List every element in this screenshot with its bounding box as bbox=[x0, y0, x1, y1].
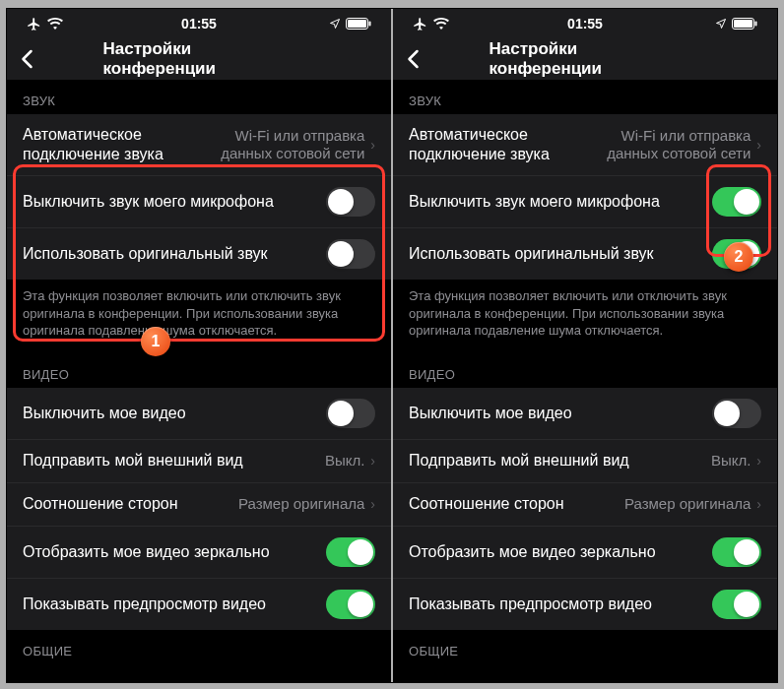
chevron-right-icon: › bbox=[756, 137, 761, 153]
original-sound-label: Использовать оригинальный звук bbox=[409, 244, 702, 264]
aspect-value: Размер оригинала bbox=[238, 495, 364, 513]
chevron-right-icon: › bbox=[370, 137, 375, 153]
aspect-value: Размер оригинала bbox=[624, 495, 751, 513]
nav-bar: Настройки конференции bbox=[7, 38, 391, 80]
nav-title: Настройки конференции bbox=[490, 39, 682, 79]
section-header-sound: ЗВУК bbox=[7, 80, 391, 114]
auto-audio-label: Автоматическое подключение звука bbox=[23, 125, 207, 164]
status-time: 01:55 bbox=[181, 16, 217, 31]
wifi-icon bbox=[47, 18, 63, 30]
row-preview: Показывать предпросмотр видео bbox=[393, 579, 777, 630]
row-touch-up[interactable]: Подправить мой внешний вид Выкл. › bbox=[7, 440, 391, 483]
mute-mic-label: Выключить звук моего микрофона bbox=[409, 192, 702, 212]
svg-rect-1 bbox=[348, 20, 366, 28]
wifi-icon bbox=[433, 18, 449, 30]
auto-audio-value: Wi-Fi или отправка данных сотовой сети bbox=[207, 127, 364, 162]
chevron-right-icon: › bbox=[756, 453, 761, 469]
aspect-label: Соотношение сторон bbox=[23, 494, 238, 514]
battery-icon bbox=[732, 18, 757, 30]
location-icon bbox=[715, 18, 727, 30]
step-badge-2: 2 bbox=[724, 242, 753, 272]
status-time: 01:55 bbox=[567, 16, 603, 31]
row-mirror: Отобразить мое видео зеркально bbox=[7, 527, 391, 579]
status-right bbox=[329, 18, 371, 30]
back-chevron-icon[interactable] bbox=[407, 49, 420, 69]
original-sound-label: Использовать оригинальный звук bbox=[23, 244, 316, 264]
row-mute-mic: Выключить звук моего микрофона bbox=[393, 176, 777, 228]
row-preview: Показывать предпросмотр видео bbox=[7, 579, 391, 630]
video-off-label: Выключить мое видео bbox=[409, 404, 702, 423]
status-left bbox=[27, 17, 63, 31]
preview-label: Показывать предпросмотр видео bbox=[409, 595, 702, 614]
video-off-label: Выключить мое видео bbox=[23, 404, 316, 423]
section-header-general: ОБЩИЕ bbox=[393, 630, 777, 664]
touch-up-label: Подправить мой внешний вид bbox=[23, 451, 325, 470]
chevron-right-icon: › bbox=[756, 496, 761, 512]
mirror-toggle[interactable] bbox=[326, 537, 375, 567]
svg-rect-4 bbox=[734, 20, 752, 28]
original-sound-toggle[interactable] bbox=[326, 239, 375, 269]
row-aspect[interactable]: Соотношение сторон Размер оригинала › bbox=[7, 483, 391, 527]
row-original-sound: Использовать оригинальный звук bbox=[7, 228, 391, 280]
mirror-label: Отобразить мое видео зеркально bbox=[23, 542, 316, 562]
row-aspect[interactable]: Соотношение сторон Размер оригинала › bbox=[393, 483, 777, 527]
preview-toggle[interactable] bbox=[326, 590, 375, 619]
phone-screen-left: 01:55 Настройки конференции ЗВУК Автомат… bbox=[7, 9, 391, 682]
mirror-label: Отобразить мое видео зеркально bbox=[409, 542, 702, 562]
status-bar: 01:55 bbox=[7, 9, 391, 38]
svg-rect-2 bbox=[369, 22, 371, 27]
original-sound-desc: Эта функция позволяет включить или отклю… bbox=[7, 280, 391, 353]
back-chevron-icon[interactable] bbox=[21, 49, 33, 69]
row-touch-up[interactable]: Подправить мой внешний вид Выкл. › bbox=[393, 440, 777, 483]
airplane-icon bbox=[413, 17, 427, 31]
original-sound-desc: Эта функция позволяет включить или отклю… bbox=[393, 280, 777, 353]
row-auto-audio[interactable]: Автоматическое подключение звука Wi-Fi и… bbox=[393, 114, 777, 176]
nav-title: Настройки конференции bbox=[103, 39, 295, 79]
section-header-general: ОБЩИЕ bbox=[7, 630, 391, 664]
section-header-sound: ЗВУК bbox=[393, 80, 777, 114]
row-video-off: Выключить мое видео bbox=[7, 388, 391, 440]
preview-toggle[interactable] bbox=[712, 590, 761, 619]
status-right bbox=[715, 18, 757, 30]
location-icon bbox=[329, 18, 341, 30]
mute-mic-toggle[interactable] bbox=[712, 187, 761, 217]
preview-label: Показывать предпросмотр видео bbox=[23, 595, 316, 614]
step-badge-1: 1 bbox=[141, 327, 170, 356]
touch-up-label: Подправить мой внешний вид bbox=[409, 451, 711, 470]
video-off-toggle[interactable] bbox=[712, 399, 761, 428]
battery-icon bbox=[346, 18, 371, 30]
screenshots-container: 01:55 Настройки конференции ЗВУК Автомат… bbox=[6, 8, 778, 683]
airplane-icon bbox=[27, 17, 41, 31]
phone-screen-right: 01:55 Настройки конференции ЗВУК Автомат… bbox=[393, 9, 777, 682]
section-header-video: ВИДЕО bbox=[393, 353, 777, 388]
chevron-right-icon: › bbox=[370, 496, 375, 512]
row-mute-mic: Выключить звук моего микрофона bbox=[7, 176, 391, 228]
touch-up-value: Выкл. bbox=[325, 452, 364, 470]
content-area: ЗВУК Автоматическое подключение звука Wi… bbox=[393, 80, 777, 682]
touch-up-value: Выкл. bbox=[711, 452, 751, 470]
row-mirror: Отобразить мое видео зеркально bbox=[393, 527, 777, 579]
row-video-off: Выключить мое видео bbox=[393, 388, 777, 440]
nav-bar: Настройки конференции bbox=[393, 38, 777, 80]
section-header-video: ВИДЕО bbox=[7, 353, 391, 388]
mute-mic-toggle[interactable] bbox=[326, 187, 375, 217]
row-original-sound: Использовать оригинальный звук bbox=[393, 228, 777, 280]
aspect-label: Соотношение сторон bbox=[409, 494, 624, 514]
chevron-right-icon: › bbox=[370, 453, 375, 469]
auto-audio-value: Wi-Fi или отправка данных сотовой сети bbox=[593, 127, 751, 162]
status-left bbox=[413, 17, 449, 31]
status-bar: 01:55 bbox=[393, 9, 777, 38]
mute-mic-label: Выключить звук моего микрофона bbox=[23, 192, 316, 212]
video-off-toggle[interactable] bbox=[326, 399, 375, 428]
svg-rect-5 bbox=[755, 22, 757, 27]
row-auto-audio[interactable]: Автоматическое подключение звука Wi-Fi и… bbox=[7, 114, 391, 176]
auto-audio-label: Автоматическое подключение звука bbox=[409, 125, 593, 164]
content-area: ЗВУК Автоматическое подключение звука Wi… bbox=[7, 80, 391, 682]
mirror-toggle[interactable] bbox=[712, 537, 761, 567]
